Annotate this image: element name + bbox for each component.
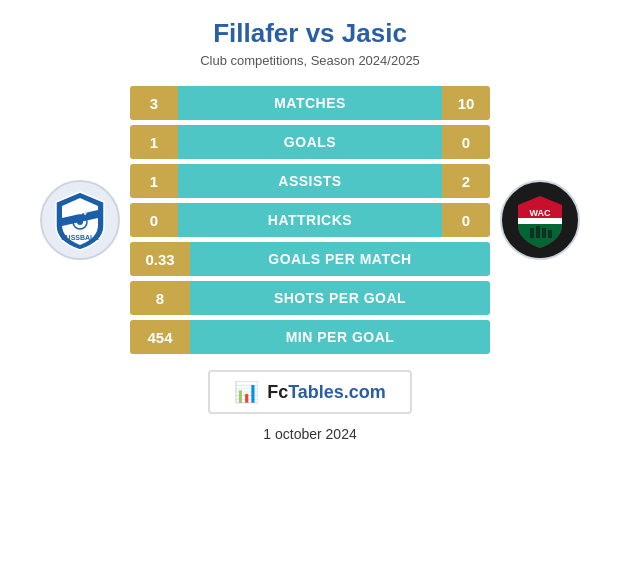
goals-left-value: 1 xyxy=(130,125,178,159)
branding-box: 📊 FcTables.com xyxy=(208,370,412,414)
hattricks-right-value: 0 xyxy=(442,203,490,237)
hattricks-label: Hattricks xyxy=(178,203,442,237)
svg-point-3 xyxy=(77,219,83,225)
stat-row-matches: 3 Matches 10 xyxy=(130,86,490,120)
svg-rect-5 xyxy=(530,228,534,238)
shots-per-goal-label: Shots per goal xyxy=(190,281,490,315)
right-team-logo: WAC xyxy=(500,180,580,260)
page-container: Fillafer vs Jasic Club competitions, Sea… xyxy=(0,0,620,580)
svg-text:WAC: WAC xyxy=(530,208,551,218)
matches-right-value: 10 xyxy=(442,86,490,120)
main-content: FUSSBALL TSV 3 Matches 10 1 Goals 0 xyxy=(10,86,610,354)
svg-rect-7 xyxy=(542,228,546,238)
stat-row-shots-per-goal: 8 Shots per goal xyxy=(130,281,490,315)
stat-row-hattricks: 0 Hattricks 0 xyxy=(130,203,490,237)
left-team-logo-area: FUSSBALL TSV xyxy=(30,180,130,260)
match-title: Fillafer vs Jasic xyxy=(213,18,407,49)
assists-label: Assists xyxy=(178,164,442,198)
goals-per-match-label: Goals per match xyxy=(190,242,490,276)
stats-area: 3 Matches 10 1 Goals 0 1 Assists 2 0 Hat… xyxy=(130,86,490,354)
goals-right-value: 0 xyxy=(442,125,490,159)
shots-per-goal-value: 8 xyxy=(130,281,190,315)
min-per-goal-value: 454 xyxy=(130,320,190,354)
svg-text:FUSSBALL: FUSSBALL xyxy=(61,234,99,241)
match-subtitle: Club competitions, Season 2024/2025 xyxy=(200,53,420,68)
left-team-logo: FUSSBALL TSV xyxy=(40,180,120,260)
branding-text: FcTables.com xyxy=(267,382,386,403)
svg-rect-8 xyxy=(548,230,552,238)
match-date: 1 october 2024 xyxy=(263,426,356,442)
min-per-goal-label: Min per goal xyxy=(190,320,490,354)
goals-label: Goals xyxy=(178,125,442,159)
matches-left-value: 3 xyxy=(130,86,178,120)
stat-row-assists: 1 Assists 2 xyxy=(130,164,490,198)
stat-row-min-per-goal: 454 Min per goal xyxy=(130,320,490,354)
hattricks-left-value: 0 xyxy=(130,203,178,237)
matches-label: Matches xyxy=(178,86,442,120)
stat-row-goals: 1 Goals 0 xyxy=(130,125,490,159)
assists-left-value: 1 xyxy=(130,164,178,198)
assists-right-value: 2 xyxy=(442,164,490,198)
svg-rect-6 xyxy=(536,226,540,238)
right-team-logo-area: WAC xyxy=(490,180,590,260)
goals-per-match-value: 0.33 xyxy=(130,242,190,276)
stat-row-goals-per-match: 0.33 Goals per match xyxy=(130,242,490,276)
branding-icon: 📊 xyxy=(234,380,259,404)
